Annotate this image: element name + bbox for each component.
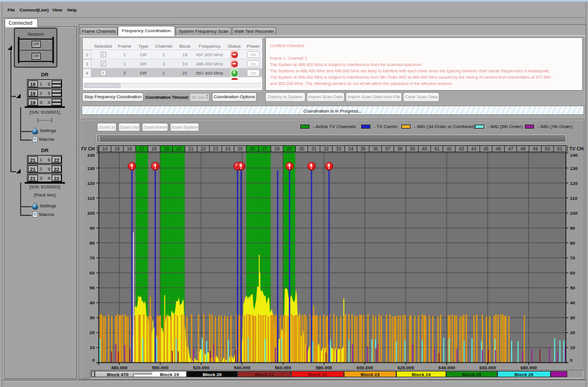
svg-text:40: 40 — [90, 300, 95, 305]
svg-text:40: 40 — [570, 300, 575, 305]
svg-text:TV CH: TV CH — [82, 146, 95, 152]
svg-text:34: 34 — [348, 146, 354, 152]
svg-text:10: 10 — [570, 345, 575, 350]
svg-text:130: 130 — [87, 166, 95, 171]
svg-text:46: 46 — [496, 146, 501, 152]
svg-text:120: 120 — [87, 181, 95, 186]
svg-text:70: 70 — [570, 256, 575, 261]
svg-text:0: 0 — [92, 358, 95, 363]
svg-text:30: 30 — [570, 315, 575, 320]
svg-text:140: 140 — [570, 153, 578, 158]
svg-text:50: 50 — [90, 285, 95, 291]
svg-text:38: 38 — [397, 146, 403, 152]
svg-text:27: 27 — [262, 146, 268, 152]
svg-text:120: 120 — [570, 181, 578, 186]
svg-text:50: 50 — [570, 285, 575, 291]
svg-text:60: 60 — [90, 270, 95, 276]
svg-text:17: 17 — [139, 146, 145, 152]
svg-text:70: 70 — [90, 256, 95, 261]
svg-text:21: 21 — [188, 146, 194, 152]
svg-text:50: 50 — [545, 146, 551, 152]
svg-text:TV CH: TV CH — [570, 146, 584, 152]
svg-text:45: 45 — [483, 146, 489, 152]
svg-text:48: 48 — [520, 146, 526, 152]
svg-text:39: 39 — [409, 146, 415, 152]
svg-text:29: 29 — [287, 146, 292, 152]
svg-text:26: 26 — [250, 146, 256, 152]
svg-text:23: 23 — [213, 146, 219, 152]
svg-text:90: 90 — [570, 226, 575, 231]
svg-text:49: 49 — [532, 146, 538, 152]
svg-text:30: 30 — [299, 146, 305, 152]
svg-text:16: 16 — [127, 146, 133, 152]
svg-text:33: 33 — [336, 146, 342, 152]
svg-text:130: 130 — [570, 166, 578, 171]
svg-text:10: 10 — [90, 345, 95, 350]
svg-text:42: 42 — [447, 146, 452, 152]
svg-text:0: 0 — [570, 358, 573, 363]
svg-text:51: 51 — [557, 146, 563, 152]
svg-text:80: 80 — [570, 241, 575, 246]
svg-text:32: 32 — [323, 146, 329, 152]
svg-text:44: 44 — [471, 146, 477, 152]
svg-text:18: 18 — [152, 146, 157, 152]
svg-text:20: 20 — [90, 330, 95, 335]
svg-text:35: 35 — [361, 146, 366, 152]
svg-text:60: 60 — [570, 270, 575, 276]
svg-text:140: 140 — [87, 153, 95, 158]
svg-text:14: 14 — [102, 146, 108, 152]
svg-text:43: 43 — [459, 146, 465, 152]
svg-text:20: 20 — [176, 146, 182, 152]
svg-text:80: 80 — [90, 241, 95, 246]
svg-text:90: 90 — [90, 226, 95, 231]
svg-text:100: 100 — [570, 211, 578, 216]
svg-text:47: 47 — [508, 146, 514, 152]
svg-text:31: 31 — [311, 146, 317, 152]
svg-text:41: 41 — [434, 146, 440, 152]
svg-text:30: 30 — [90, 315, 95, 320]
svg-text:110: 110 — [87, 196, 95, 201]
svg-text:40: 40 — [422, 146, 428, 152]
svg-text:22: 22 — [200, 146, 206, 152]
svg-text:28: 28 — [274, 146, 280, 152]
svg-text:15: 15 — [115, 146, 121, 152]
svg-text:110: 110 — [570, 196, 578, 201]
svg-text:20: 20 — [570, 330, 575, 335]
svg-text:36: 36 — [373, 146, 378, 152]
svg-text:37: 37 — [385, 146, 391, 152]
svg-text:24: 24 — [225, 146, 231, 152]
svg-text:19: 19 — [164, 146, 169, 152]
svg-text:25: 25 — [238, 146, 243, 152]
svg-text:100: 100 — [87, 211, 95, 216]
